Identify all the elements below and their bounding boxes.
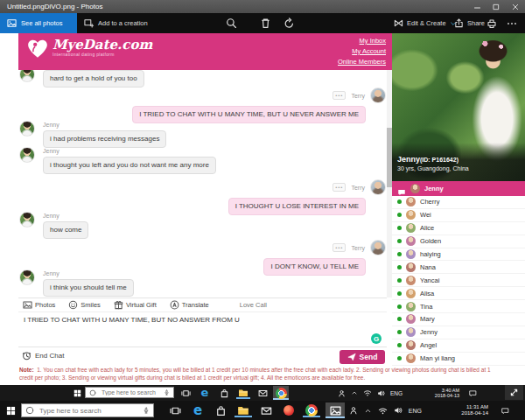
- online-status-dot: [397, 343, 402, 347]
- start-button[interactable]: [2, 403, 19, 417]
- tool-photos-button[interactable]: Photos: [23, 300, 55, 310]
- edit-create-icon: [394, 18, 403, 28]
- edge-button[interactable]: e: [189, 402, 206, 418]
- search-input-inner[interactable]: [100, 387, 160, 398]
- task-view-button-inner[interactable]: [178, 387, 192, 399]
- mail-button-inner[interactable]: [256, 387, 270, 399]
- chat-message-bubble: i think you should tell me: [43, 279, 134, 297]
- nav-online-members[interactable]: Online Members: [338, 57, 386, 67]
- add-creation-icon: [84, 18, 94, 28]
- fullscreen-button[interactable]: [505, 385, 523, 400]
- file-explorer-button[interactable]: [234, 403, 252, 417]
- people-tray-icon[interactable]: [338, 389, 346, 397]
- clock[interactable]: 11:31 AM 2018-04-14: [461, 401, 488, 420]
- member-row[interactable]: Tina: [392, 300, 525, 313]
- store-button[interactable]: [212, 403, 229, 417]
- message-menu-button[interactable]: •••: [332, 243, 346, 252]
- add-to-creation-button[interactable]: Add to a creation: [84, 13, 148, 33]
- delete-button[interactable]: [260, 18, 271, 29]
- message-input[interactable]: I TRIED TO CHAT WITH U MANY TIME, BUT NO…: [18, 312, 387, 347]
- start-button-inner[interactable]: [70, 387, 84, 399]
- volume-icon[interactable]: [394, 406, 402, 415]
- member-row[interactable]: Wei: [392, 209, 525, 222]
- edge-icon: e: [193, 405, 202, 416]
- people-tray-icon[interactable]: [349, 406, 358, 415]
- action-center-button[interactable]: [501, 401, 509, 420]
- language-indicator[interactable]: ENG: [409, 408, 422, 414]
- send-label: Send: [360, 353, 378, 361]
- member-row[interactable]: Golden: [392, 235, 525, 248]
- chat-message-group: Jennyi thought you left and you do not w…: [18, 147, 387, 174]
- chat-message-bubble: i thought you left and you do not want m…: [43, 157, 216, 174]
- member-row[interactable]: Nana: [392, 261, 525, 274]
- online-status-dot: [397, 213, 402, 217]
- tool-virtual-gift-label: Virtual Gift: [126, 301, 157, 309]
- close-button[interactable]: [506, 0, 525, 13]
- terry-avatar: [370, 240, 386, 256]
- mail-button[interactable]: [257, 403, 275, 417]
- chat-message-bubble: hard to get a hold of you too: [43, 70, 144, 88]
- message-input-area: I TRIED TO CHAT WITH U MANY TIME, BUT NO…: [18, 312, 387, 347]
- member-row[interactable]: Alice: [392, 222, 525, 235]
- share-button[interactable]: Share: [454, 13, 485, 33]
- maximize-button[interactable]: [486, 0, 506, 13]
- zoom-button[interactable]: [226, 18, 237, 29]
- chrome-button-inner[interactable]: [273, 386, 289, 400]
- search-box[interactable]: [21, 403, 154, 417]
- sender-name: Jenny: [43, 121, 387, 128]
- profile-info-overlay: Jenny(ID: P161642) 30 yrs, Guangdong, Ch…: [392, 143, 525, 181]
- action-center-button-inner[interactable]: [469, 385, 477, 401]
- tool-translate-button[interactable]: Translate: [170, 300, 209, 310]
- grammarly-badge[interactable]: G: [371, 333, 382, 344]
- hidden-icons-chevron[interactable]: [364, 407, 372, 415]
- hidden-icons-chevron[interactable]: [351, 389, 358, 396]
- member-row[interactable]: Jenny: [392, 326, 525, 340]
- tool-love-call-button[interactable]: Love Call: [240, 301, 267, 309]
- online-status-dot: [397, 317, 402, 321]
- member-row[interactable]: Angel: [392, 340, 525, 353]
- tool-virtual-gift-button[interactable]: Virtual Gift: [114, 300, 157, 310]
- member-row[interactable]: Mary: [392, 313, 525, 326]
- member-row[interactable]: Alisa: [392, 287, 525, 300]
- task-view-icon: [170, 405, 181, 416]
- message-menu-button[interactable]: •••: [332, 91, 346, 100]
- edge-button-inner[interactable]: e: [198, 386, 212, 399]
- tool-smiles-label: Smiles: [80, 301, 101, 309]
- wifi-icon[interactable]: [378, 406, 388, 416]
- tool-smiles-button[interactable]: Smiles: [68, 300, 101, 310]
- member-row[interactable]: haiying: [392, 248, 525, 262]
- photos-app-button[interactable]: [326, 402, 345, 418]
- minimize-button[interactable]: [467, 0, 486, 13]
- search-input[interactable]: [38, 404, 139, 417]
- see-all-photos-button[interactable]: See all photos: [0, 13, 77, 33]
- jenny-avatar: [19, 121, 35, 136]
- edit-create-button[interactable]: Edit & Create: [394, 13, 457, 33]
- send-button[interactable]: Send: [340, 350, 385, 364]
- search-box-inner[interactable]: [85, 387, 174, 398]
- file-explorer-button-inner[interactable]: [236, 387, 250, 399]
- red-browser-button[interactable]: [280, 403, 298, 417]
- end-chat-button[interactable]: End Chat: [22, 351, 64, 360]
- nav-my-account[interactable]: My Account: [338, 46, 386, 57]
- member-row[interactable]: Yancai: [392, 274, 525, 287]
- print-button[interactable]: [486, 13, 497, 33]
- rotate-button[interactable]: [284, 18, 295, 29]
- member-row[interactable]: Cherry: [392, 196, 525, 209]
- clock-inner[interactable]: 3:40 AM 2018-04-13: [435, 385, 459, 401]
- online-status-dot: [397, 278, 402, 283]
- message-menu-button[interactable]: •••: [332, 183, 346, 192]
- nav-my-inbox[interactable]: My Inbox: [338, 36, 386, 46]
- member-row[interactable]: Jenny: [392, 181, 525, 196]
- language-indicator-inner[interactable]: ENG: [390, 390, 402, 396]
- more-options-button[interactable]: [507, 13, 517, 33]
- more-icon: [507, 18, 517, 29]
- wifi-icon[interactable]: [363, 388, 372, 397]
- volume-icon[interactable]: [377, 389, 385, 397]
- store-button-inner[interactable]: [217, 387, 231, 399]
- search-icon: [89, 389, 96, 396]
- brand-logo[interactable]: MyeDate.com International dating platfor…: [26, 38, 152, 60]
- task-view-button[interactable]: [166, 403, 184, 417]
- chrome-button[interactable]: [303, 403, 320, 417]
- chat-message-bubble: how come: [43, 221, 88, 239]
- member-row[interactable]: Man yi liang: [392, 353, 525, 366]
